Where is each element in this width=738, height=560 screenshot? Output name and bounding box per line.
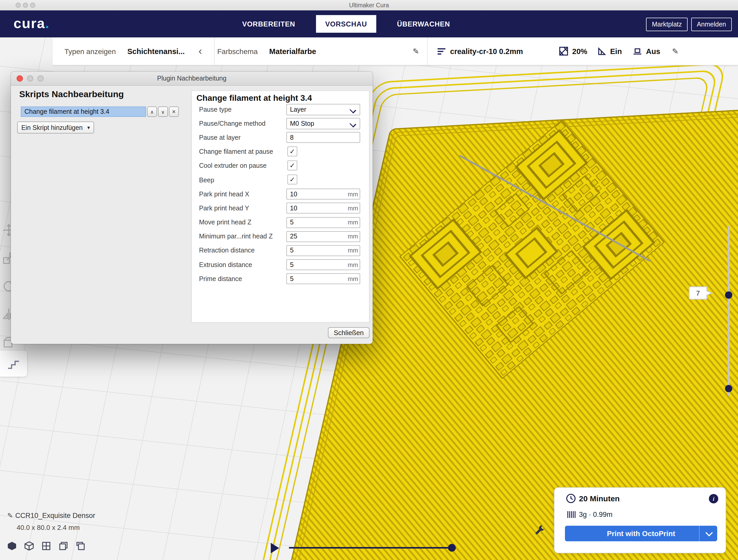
script-list-row: Change filament at height 3.4 ∧ ∨ × xyxy=(21,106,179,117)
sign-in-button[interactable]: Anmelden xyxy=(691,18,732,31)
adhesion-value: Aus xyxy=(646,47,660,55)
tab-monitor[interactable]: ÜBERWACHEN xyxy=(395,20,452,28)
edit-color-scheme-icon[interactable]: ✎ xyxy=(413,37,419,65)
postprocessing-dialog: Plugin Nachbearbeitung Skripts Nachbearb… xyxy=(11,72,373,344)
field-beep: Beep ✓ xyxy=(192,173,369,187)
infill-icon xyxy=(559,47,568,56)
view-top-icon[interactable] xyxy=(42,541,51,553)
dialog-titlebar[interactable]: Plugin Nachbearbeitung xyxy=(11,72,373,86)
field-move-z: Move print head Z mm xyxy=(192,215,369,229)
view-3d-icon[interactable] xyxy=(7,541,17,553)
chevron-down-icon xyxy=(350,121,356,127)
field-min-park-z: Minimum par...rint head Z mm xyxy=(192,229,369,243)
print-time-estimate: 20 Minuten xyxy=(579,494,620,503)
window-close-button[interactable] xyxy=(16,3,21,8)
move-script-up-button[interactable]: ∧ xyxy=(147,106,157,117)
dialog-title: Plugin Nachbearbeitung xyxy=(157,75,227,82)
scripts-heading: Skripts Nachbearbeitung xyxy=(19,89,124,100)
layer-slider-track[interactable] xyxy=(728,226,730,396)
support-icon xyxy=(598,47,606,56)
move-script-down-button[interactable]: ∨ xyxy=(158,106,168,117)
dialog-close-button[interactable] xyxy=(17,75,23,82)
camera-view-buttons xyxy=(7,541,85,553)
infill-value: 20% xyxy=(572,47,587,55)
adhesion-setting[interactable]: Aus xyxy=(633,37,660,65)
cura-logo: cura. xyxy=(14,16,50,32)
collapsed-panel[interactable] xyxy=(0,351,27,377)
print-options-dropdown[interactable] xyxy=(699,526,717,541)
layers-icon xyxy=(437,47,446,55)
view-right-icon[interactable] xyxy=(76,541,85,553)
model-dimensions: 40.0 x 80.0 x 2.4 mm xyxy=(17,524,95,531)
support-value: Ein xyxy=(610,47,622,55)
view-settings-toolbar: Typen anzeigen Schichtenansi... ‹ Farbsc… xyxy=(52,37,738,65)
simulation-progress-track[interactable] xyxy=(289,547,454,549)
macos-titlebar: Ultimaker Cura xyxy=(0,0,738,11)
info-icon[interactable]: i xyxy=(709,494,718,503)
add-script-button[interactable]: Ein Skript hinzufügen ▾ xyxy=(17,121,94,133)
checkmark-icon: ✓ xyxy=(290,176,295,184)
pause-method-select[interactable]: M0 Stop xyxy=(286,118,360,129)
view-type-label: Typen anzeigen xyxy=(64,37,116,65)
field-cool-extruder: Cool extruder on pause ✓ xyxy=(192,159,369,173)
beep-checkbox[interactable]: ✓ xyxy=(287,175,297,185)
cura-app-window: Ultimaker Cura cura. VORBEREITEN VORSCHA… xyxy=(0,0,738,560)
clock-icon xyxy=(566,494,576,503)
layer-slider-lower-handle[interactable] xyxy=(725,385,732,392)
checkmark-icon: ✓ xyxy=(290,162,295,170)
app-header: cura. VORBEREITEN VORSCHAU ÜBERWACHEN Ma… xyxy=(0,10,738,37)
toolbar-divider xyxy=(427,37,428,65)
dialog-zoom-button[interactable] xyxy=(37,75,44,82)
field-pause-method: Pause/Change method M0 Stop xyxy=(192,116,369,130)
play-button[interactable] xyxy=(271,543,279,553)
color-scheme-label: Farbschema xyxy=(217,37,258,65)
printer-profile-item[interactable]: creality-cr-10 0.2mm xyxy=(437,37,523,65)
field-pause-at-layer: Pause at layer xyxy=(192,131,369,145)
material-estimate: 3g · 0.99m xyxy=(579,511,613,518)
layer-indicator-flag: 7 xyxy=(688,285,714,303)
change-filament-checkbox[interactable]: ✓ xyxy=(287,146,297,156)
selected-script-item[interactable]: Change filament at height 3.4 xyxy=(21,106,146,117)
dialog-minimize-button[interactable] xyxy=(27,75,33,82)
remove-script-button[interactable]: × xyxy=(169,106,179,117)
toolbar-divider xyxy=(214,37,215,65)
view-type-value[interactable]: Schichtenansi... xyxy=(127,37,185,65)
tab-prepare[interactable]: VORBEREITEN xyxy=(240,20,297,28)
model-info: ✎ CCR10_Exquisite Densor 40.0 x 80.0 x 2… xyxy=(7,511,95,531)
tab-preview[interactable]: VORSCHAU xyxy=(316,15,376,33)
simulation-progress-handle[interactable] xyxy=(448,544,456,552)
marketplace-button[interactable]: Marktplatz xyxy=(646,18,688,31)
window-zoom-button[interactable] xyxy=(30,3,35,8)
view-front-icon[interactable] xyxy=(24,541,34,553)
model-name: CCR10_Exquisite Densor xyxy=(15,512,95,520)
rename-model-icon[interactable]: ✎ xyxy=(7,512,13,520)
print-with-octoprint-button[interactable]: Print with OctoPrint xyxy=(565,526,717,541)
chevron-down-icon xyxy=(350,106,356,113)
checkmark-icon: ✓ xyxy=(290,147,295,155)
script-settings-panel: Change filament at height 3.4 Pause type… xyxy=(191,90,370,323)
dropdown-arrow-icon: ▾ xyxy=(87,125,90,130)
color-scheme-value[interactable]: Materialfarbe xyxy=(269,37,316,65)
chevron-down-icon xyxy=(706,529,713,536)
adhesion-icon xyxy=(633,47,642,56)
field-park-x: Park print head X mm xyxy=(192,187,369,201)
support-setting[interactable]: Ein xyxy=(598,37,622,65)
field-retraction-distance: Retraction distance mm xyxy=(192,243,369,258)
view-left-icon[interactable] xyxy=(59,541,68,553)
infill-setting[interactable]: 20% xyxy=(559,37,587,65)
printer-profile-name: creality-cr-10 0.2mm xyxy=(450,47,523,55)
edit-print-settings-icon[interactable]: ✎ xyxy=(672,37,679,65)
field-change-filament: Change filament at pause ✓ xyxy=(192,145,369,159)
tools-icon[interactable] xyxy=(533,525,546,537)
script-settings-heading: Change filament at height 3.4 xyxy=(197,93,312,103)
field-park-y: Park print head Y mm xyxy=(192,201,369,215)
chevron-left-icon[interactable]: ‹ xyxy=(199,37,202,65)
field-pause-type: Pause type Layer xyxy=(192,102,369,116)
dialog-close-action-button[interactable]: Schließen xyxy=(328,327,370,338)
cool-extruder-checkbox[interactable]: ✓ xyxy=(287,161,297,171)
pause-type-select[interactable]: Layer xyxy=(286,104,360,115)
current-layer-number: 7 xyxy=(696,290,700,297)
pause-at-layer-input[interactable] xyxy=(286,132,360,143)
window-minimize-button[interactable] xyxy=(23,3,28,8)
layer-slider-upper-handle[interactable] xyxy=(725,292,732,299)
